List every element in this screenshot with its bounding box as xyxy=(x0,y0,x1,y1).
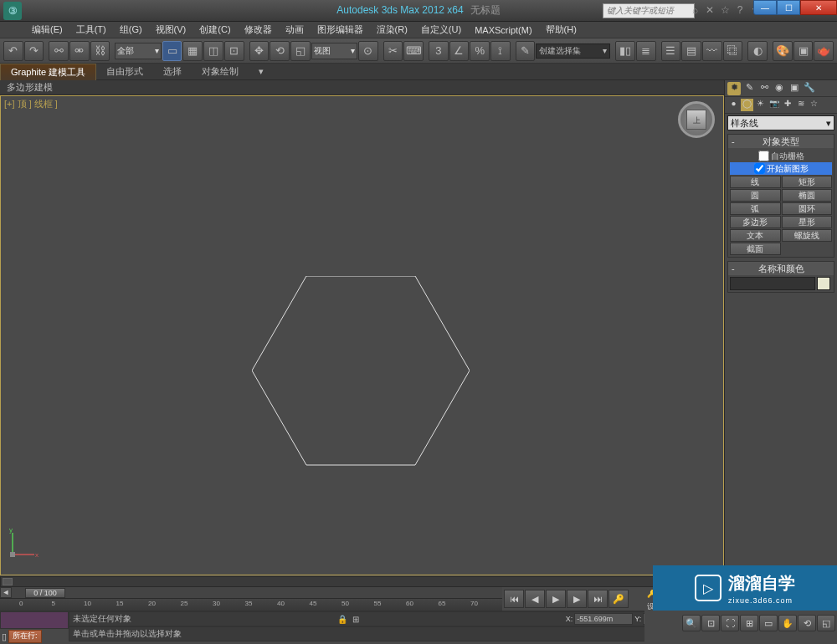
material-editor-button[interactable]: ◐ xyxy=(747,41,768,61)
schematic-button[interactable]: ⿻ xyxy=(723,41,743,61)
motion-tab-icon[interactable]: ◉ xyxy=(773,82,786,95)
start-new-shape-check[interactable]: 开始新图形 xyxy=(730,162,832,175)
ribbon-button[interactable]: ▤ xyxy=(681,41,701,61)
viewcube-face[interactable]: 上 xyxy=(686,110,706,130)
autogrid-check[interactable]: 自动栅格 xyxy=(730,150,832,162)
layers-button[interactable]: ☰ xyxy=(661,41,681,61)
shape-category-dropdown[interactable]: 样条线▾ xyxy=(727,115,834,130)
percent-snap-button[interactable]: % xyxy=(470,41,490,61)
help-search-input[interactable] xyxy=(603,3,695,18)
curve-editor-button[interactable]: 〰 xyxy=(702,41,722,61)
goto-end-button[interactable]: ⏭ xyxy=(588,590,608,608)
lock-icon[interactable]: 🔒 xyxy=(337,615,347,624)
refcoord-dropdown[interactable]: 视图▾ xyxy=(311,43,357,59)
snap-toggle-button[interactable]: 3 xyxy=(429,41,449,61)
move-button[interactable]: ✥ xyxy=(249,41,270,61)
menu-maxscript[interactable]: MAXScript(M) xyxy=(468,23,538,37)
goto-start-button[interactable]: ⏮ xyxy=(504,590,524,608)
start-new-checkbox[interactable] xyxy=(754,163,765,174)
btn-star[interactable]: 星形 xyxy=(782,216,833,228)
time-slider-handle[interactable]: 0 / 100 xyxy=(25,588,65,598)
edit-named-sel-button[interactable]: ✎ xyxy=(516,41,536,61)
object-name-input[interactable] xyxy=(730,277,815,290)
zoom-extents-all-button[interactable]: ⊞ xyxy=(740,615,758,631)
select-name-button[interactable]: ▦ xyxy=(182,41,203,61)
menu-render[interactable]: 渲染(R) xyxy=(370,22,414,38)
rotate-button[interactable]: ⟲ xyxy=(270,41,290,61)
help-icon[interactable]: ? xyxy=(733,4,747,18)
redo-button[interactable]: ↷ xyxy=(24,41,44,61)
modify-tab-icon[interactable]: ✎ xyxy=(742,82,756,95)
spinner-snap-button[interactable]: ⟟ xyxy=(490,41,511,61)
pan-button[interactable]: ✋ xyxy=(778,615,797,631)
zoom-all-button[interactable]: ⊡ xyxy=(701,615,720,631)
btn-helix[interactable]: 螺旋线 xyxy=(782,229,833,242)
menu-views[interactable]: 视图(V) xyxy=(149,22,193,38)
menu-animation[interactable]: 动画 xyxy=(279,22,311,38)
minimize-button[interactable]: — xyxy=(753,0,777,15)
btn-arc[interactable]: 弧 xyxy=(730,202,781,215)
angle-snap-button[interactable]: ∠ xyxy=(449,41,470,61)
btn-rectangle[interactable]: 矩形 xyxy=(782,176,833,188)
prev-frame-button[interactable]: ◀ xyxy=(525,590,545,608)
btn-donut[interactable]: 圆环 xyxy=(782,202,833,215)
ribbon-panel-label[interactable]: 多边形建模 xyxy=(7,81,53,94)
close-button[interactable]: ✕ xyxy=(800,0,837,15)
tab-graphite[interactable]: Graphite 建模工具 xyxy=(0,64,96,80)
viewcube[interactable]: 上 xyxy=(678,101,715,138)
menu-graph[interactable]: 图形编辑器 xyxy=(311,22,370,38)
systems-icon[interactable]: ☆ xyxy=(808,99,820,111)
display-tab-icon[interactable]: ▣ xyxy=(788,82,801,95)
tab-selection[interactable]: 选择 xyxy=(153,64,192,79)
align-button[interactable]: ≣ xyxy=(636,41,656,61)
zoom-button[interactable]: 🔍 xyxy=(682,615,701,631)
scrollbar-thumb[interactable] xyxy=(3,578,13,585)
select-region-button[interactable]: ◫ xyxy=(203,41,223,61)
color-swatch[interactable] xyxy=(817,277,830,290)
spacewarps-icon[interactable]: ≋ xyxy=(794,99,807,111)
key-mode-button[interactable]: 🔑 xyxy=(608,590,629,608)
coord-mode-icon[interactable]: ⊞ xyxy=(352,615,359,624)
render-frame-button[interactable]: ▣ xyxy=(793,41,814,61)
fov-button[interactable]: ▭ xyxy=(759,615,778,631)
shapes-icon[interactable]: ◯ xyxy=(741,99,753,111)
menu-help[interactable]: 帮助(H) xyxy=(539,22,583,38)
menu-edit[interactable]: 编辑(E) xyxy=(25,22,69,38)
mirror-button[interactable]: ▮▯ xyxy=(615,41,635,61)
orbit-button[interactable]: ⟲ xyxy=(798,615,816,631)
viewport-top[interactable]: [+] 顶 ] 线框 ] 上 y x xyxy=(0,95,724,575)
rollout-header[interactable]: 对象类型 xyxy=(728,135,834,148)
zoom-extents-button[interactable]: ⛶ xyxy=(721,615,739,631)
link-button[interactable]: ⚯ xyxy=(49,41,69,61)
time-prev-icon[interactable]: ◄ xyxy=(0,587,12,598)
selection-filter-dropdown[interactable]: 全部▾ xyxy=(115,43,161,59)
btn-line[interactable]: 线 xyxy=(730,176,781,188)
listener-output[interactable] xyxy=(0,611,69,629)
autogrid-checkbox[interactable] xyxy=(758,151,769,161)
btn-section[interactable]: 截面 xyxy=(730,243,781,255)
menu-group[interactable]: 组(G) xyxy=(113,22,149,38)
unlink-button[interactable]: ⚮ xyxy=(69,41,90,61)
maximize-button[interactable]: ☐ xyxy=(777,0,800,15)
render-setup-button[interactable]: 🎨 xyxy=(773,41,793,61)
btn-ellipse[interactable]: 椭圆 xyxy=(782,189,833,202)
scale-button[interactable]: ◱ xyxy=(290,41,311,61)
next-frame-button[interactable]: ▶ xyxy=(567,590,587,608)
geometry-icon[interactable]: ● xyxy=(727,99,740,111)
btn-circle[interactable]: 圆 xyxy=(730,189,781,202)
viewport-scrollbar-h[interactable] xyxy=(0,576,724,587)
bind-button[interactable]: ⛓ xyxy=(90,41,110,61)
menu-tools[interactable]: 工具(T) xyxy=(69,22,113,38)
named-selection-dropdown[interactable]: 创建选择集▾ xyxy=(536,43,610,59)
create-tab-icon[interactable]: ✹ xyxy=(727,82,741,95)
keyboard-button[interactable]: ⌨ xyxy=(403,41,424,61)
hexagon-shape[interactable] xyxy=(252,276,470,468)
btn-text[interactable]: 文本 xyxy=(730,229,781,242)
utilities-tab-icon[interactable]: 🔧 xyxy=(803,82,816,95)
cameras-icon[interactable]: 📷 xyxy=(768,99,780,111)
helpers-icon[interactable]: ✚ xyxy=(781,99,793,111)
undo-button[interactable]: ↶ xyxy=(3,41,23,61)
app-icon[interactable]: ③ xyxy=(3,2,22,20)
menu-create[interactable]: 创建(C) xyxy=(193,22,237,38)
menu-modifiers[interactable]: 修改器 xyxy=(238,22,279,38)
